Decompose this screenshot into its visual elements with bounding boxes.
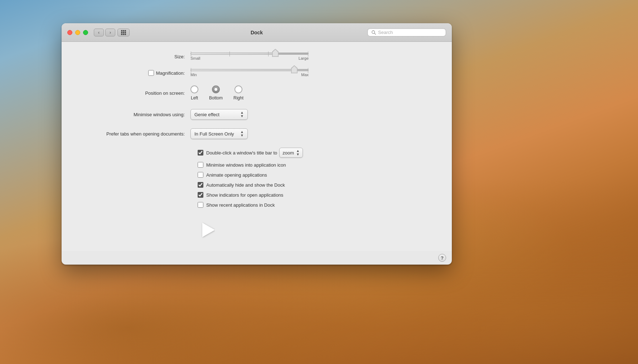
position-bottom-radio[interactable] <box>212 85 220 93</box>
checkboxes-section: Double-click a window's title bar to zoo… <box>198 148 438 208</box>
auto-hide-dock-checkbox[interactable] <box>198 182 203 188</box>
prefer-tabs-row: Prefer tabs when opening documents: In F… <box>76 128 438 139</box>
animate-opening-row: Animate opening applications <box>198 172 438 178</box>
size-tick-min <box>191 51 191 56</box>
minimize-button[interactable] <box>75 30 80 35</box>
size-tick-max <box>308 51 308 56</box>
show-indicators-checkbox[interactable] <box>198 192 203 198</box>
show-recent-checkbox[interactable] <box>198 202 203 208</box>
double-click-titlebar-label: Double-click a window's title bar to <box>206 150 277 156</box>
position-left-radio[interactable] <box>190 85 198 93</box>
prefer-tabs-dropdown-arrows-icon: ▲ ▼ <box>240 130 244 137</box>
magnification-min-label: Min <box>190 73 197 77</box>
minimise-using-control: Genie effect ▲ ▼ <box>190 109 438 120</box>
minimise-using-dropdown[interactable]: Genie effect ▲ ▼ <box>190 109 248 120</box>
minimise-using-row: Minimise windows using: Genie effect ▲ ▼ <box>76 109 438 120</box>
size-max-label: Large <box>299 56 309 60</box>
zoom-dropdown-arrows-icon: ▲ ▼ <box>296 149 300 156</box>
magnification-checkbox[interactable] <box>148 70 154 76</box>
prefer-tabs-label: Prefer tabs when opening documents: <box>76 131 190 137</box>
size-label: Size: <box>76 54 190 59</box>
position-label: Position on screen: <box>76 90 190 96</box>
radio-selected-dot <box>214 88 217 91</box>
position-bottom-label: Bottom <box>209 95 223 100</box>
size-slider-container: Small Large <box>190 53 309 60</box>
preferences-window: ‹ › Dock Size: <box>62 23 452 265</box>
arrow-annotation <box>136 219 215 241</box>
show-recent-row: Show recent applications in Dock <box>198 202 438 208</box>
show-indicators-label: Show indicators for open applications <box>206 192 283 198</box>
auto-hide-dock-label: Automatically hide and show the Dock <box>206 182 285 188</box>
position-bottom-option[interactable]: Bottom <box>209 85 223 100</box>
double-click-titlebar-row: Double-click a window's title bar to zoo… <box>198 148 438 158</box>
minimise-using-label: Minimise windows using: <box>76 112 190 117</box>
back-button[interactable]: ‹ <box>94 29 104 36</box>
prefer-tabs-value: In Full Screen Only <box>194 131 237 137</box>
maximize-button[interactable] <box>83 30 88 35</box>
size-slider-labels: Small Large <box>190 56 309 60</box>
dropdown-arrows-icon: ▲ ▼ <box>240 111 244 118</box>
close-button[interactable] <box>67 30 72 35</box>
magnification-slider-fill <box>191 69 294 71</box>
zoom-action-value: zoom <box>282 150 294 156</box>
minimise-into-icon-label: Minimise windows into application icon <box>206 162 286 168</box>
position-right-label: Right <box>233 95 243 100</box>
position-setting-row: Position on screen: Left Bottom <box>76 85 438 100</box>
position-left-option[interactable]: Left <box>190 85 198 100</box>
window-title: Dock <box>251 30 263 35</box>
traffic-lights <box>67 30 88 35</box>
minimise-into-icon-row: Minimise windows into application icon <box>198 162 438 168</box>
svg-line-1 <box>374 33 376 34</box>
help-button[interactable]: ? <box>438 254 446 262</box>
show-recent-label: Show recent applications in Dock <box>206 202 275 208</box>
magnification-label: Magnification: <box>156 70 185 76</box>
magnification-slider-container: Min Max <box>190 69 309 77</box>
minimise-using-value: Genie effect <box>194 112 237 117</box>
position-left-label: Left <box>191 95 198 100</box>
magnification-setting-row: Magnification: <box>76 69 438 77</box>
forward-button[interactable]: › <box>105 29 115 36</box>
animate-opening-label: Animate opening applications <box>206 172 267 178</box>
search-icon <box>371 30 376 35</box>
double-click-titlebar-checkbox[interactable] <box>198 150 203 156</box>
magnification-label-area: Magnification: <box>76 70 190 76</box>
prefer-tabs-dropdown[interactable]: In Full Screen Only ▲ ▼ <box>190 128 248 139</box>
titlebar: ‹ › Dock <box>62 23 452 42</box>
content-area: Size: <box>62 42 452 251</box>
size-slider-fill <box>191 53 275 54</box>
mag-tick-max <box>308 68 308 73</box>
arrow-icon <box>136 219 215 241</box>
position-right-option[interactable]: Right <box>233 85 243 100</box>
prefer-tabs-control: In Full Screen Only ▲ ▼ <box>190 128 438 139</box>
size-slider-thumb[interactable] <box>272 49 279 58</box>
show-indicators-row: Show indicators for open applications <box>198 192 438 198</box>
mag-slider-thumb-icon <box>291 65 298 73</box>
mag-tick-min <box>191 68 191 73</box>
size-control: Small Large <box>190 53 438 60</box>
auto-hide-dock-row: Automatically hide and show the Dock <box>198 182 438 188</box>
bottom-bar: ? <box>62 251 452 265</box>
size-setting-row: Size: <box>76 53 438 60</box>
position-radio-group: Left Bottom Right <box>190 85 243 100</box>
nav-buttons: ‹ › <box>94 29 115 36</box>
size-min-label: Small <box>190 56 200 60</box>
size-tick-1 <box>229 51 230 56</box>
search-box[interactable] <box>367 28 446 36</box>
size-tick-2 <box>268 51 269 56</box>
grid-view-button[interactable] <box>117 29 130 36</box>
position-control: Left Bottom Right <box>190 85 438 100</box>
search-input[interactable] <box>378 30 442 35</box>
position-right-radio[interactable] <box>235 85 242 93</box>
slider-thumb-icon <box>272 49 279 57</box>
magnification-max-label: Max <box>301 73 309 77</box>
svg-marker-3 <box>202 223 215 237</box>
magnification-slider-track <box>190 69 309 71</box>
magnification-control: Min Max <box>190 69 438 77</box>
grid-icon <box>121 30 126 35</box>
minimise-into-icon-checkbox[interactable] <box>198 162 203 168</box>
animate-opening-checkbox[interactable] <box>198 172 203 178</box>
magnification-slider-thumb[interactable] <box>291 65 298 75</box>
zoom-action-dropdown[interactable]: zoom ▲ ▼ <box>279 148 303 158</box>
size-slider-track <box>190 53 309 55</box>
